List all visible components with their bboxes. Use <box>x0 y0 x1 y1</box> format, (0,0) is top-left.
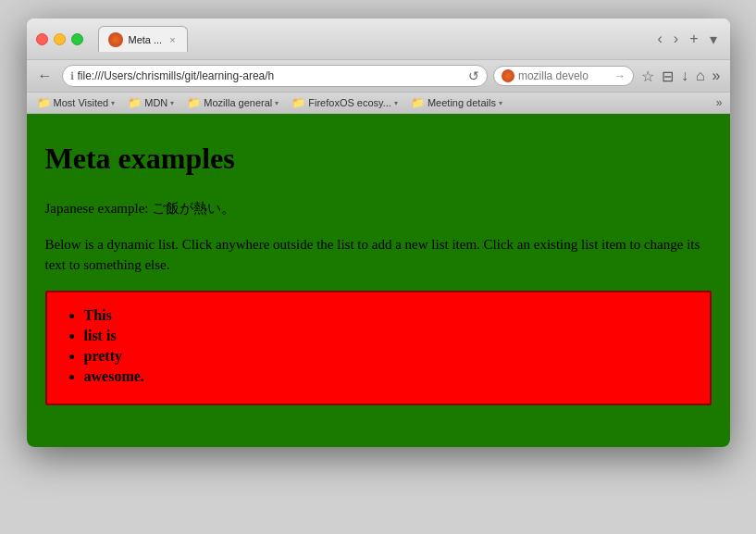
browser-window: Meta ... × ‹ › + ▾ ← ℹ ↺ → ☆ ⊟ ↓ ⌂ <box>27 19 730 447</box>
bookmarks-overflow-button[interactable]: » <box>716 96 723 109</box>
folder-icon: 📁 <box>37 96 51 109</box>
search-bar[interactable]: → <box>493 66 634 86</box>
active-tab[interactable]: Meta ... × <box>98 26 188 52</box>
chevron-down-icon: ▾ <box>499 99 502 107</box>
minimize-button[interactable] <box>54 33 66 45</box>
japanese-text: ご飯が熱い。 <box>152 201 235 216</box>
tab-favicon <box>108 32 123 47</box>
tab-close-icon[interactable]: × <box>167 34 177 45</box>
close-button[interactable] <box>36 33 48 45</box>
toolbar: ← ℹ ↺ → ☆ ⊟ ↓ ⌂ » <box>27 60 730 93</box>
tab-add-button[interactable]: + <box>686 29 701 50</box>
page-content: Meta examples Japanese example: ご飯が熱い。 B… <box>27 114 730 447</box>
bookmark-star-button[interactable]: ☆ <box>639 66 656 87</box>
url-input[interactable] <box>78 69 465 82</box>
list-item[interactable]: awesome. <box>84 368 691 385</box>
page-title: Meta examples <box>45 142 712 176</box>
list-item[interactable]: pretty <box>84 348 691 365</box>
reload-icon[interactable]: ↺ <box>468 68 479 83</box>
japanese-example: Japanese example: ご飯が熱い。 <box>45 198 712 219</box>
bookmark-firefoxos[interactable]: 📁 FirefoxOS ecosy... ▾ <box>289 95 401 110</box>
download-button[interactable]: ↓ <box>679 66 690 86</box>
list-item[interactable]: list is <box>84 328 691 344</box>
bookmark-meeting-details[interactable]: 📁 Meeting details ▾ <box>408 95 505 110</box>
bookmark-label: Meeting details <box>428 97 496 108</box>
tab-title: Meta ... <box>129 34 163 45</box>
folder-icon: 📁 <box>187 96 201 109</box>
bookmark-label: Most Visited <box>54 97 109 108</box>
tab-actions: ‹ › + ▾ <box>654 29 721 50</box>
bookmark-mdn[interactable]: 📁 MDN ▾ <box>125 95 177 110</box>
search-arrow-icon: → <box>614 69 626 82</box>
traffic-lights <box>36 33 83 45</box>
dynamic-list-box[interactable]: This list is pretty awesome. <box>45 291 712 405</box>
tab-forward-button[interactable]: › <box>670 29 682 50</box>
chevron-down-icon: ▾ <box>170 99 174 107</box>
list-item[interactable]: This <box>84 307 691 324</box>
description-paragraph: Below is a dynamic list. Click anywhere … <box>45 234 712 276</box>
back-button[interactable]: ← <box>34 66 56 86</box>
search-engine-icon <box>502 69 514 82</box>
chevron-down-icon: ▾ <box>111 99 115 107</box>
overflow-button[interactable]: » <box>711 66 723 86</box>
maximize-button[interactable] <box>71 33 83 45</box>
home-button[interactable]: ⌂ <box>694 66 707 86</box>
tab-bar: Meta ... × <box>98 26 643 52</box>
info-icon[interactable]: ℹ <box>70 70 74 82</box>
chevron-down-icon: ▾ <box>394 99 398 107</box>
folder-icon: 📁 <box>128 96 142 109</box>
reader-mode-button[interactable]: ⊟ <box>660 66 675 87</box>
tab-menu-button[interactable]: ▾ <box>706 29 721 50</box>
toolbar-icons: ☆ ⊟ ↓ ⌂ » <box>639 66 723 87</box>
bookmark-label: Mozilla general <box>204 97 272 108</box>
folder-icon: 📁 <box>291 96 305 109</box>
tab-back-button[interactable]: ‹ <box>654 29 666 50</box>
search-input[interactable] <box>518 69 611 82</box>
title-bar: Meta ... × ‹ › + ▾ <box>27 19 730 60</box>
folder-icon: 📁 <box>411 96 425 109</box>
chevron-down-icon: ▾ <box>275 99 279 107</box>
address-bar[interactable]: ℹ ↺ <box>62 65 488 87</box>
bookmark-label: MDN <box>144 97 167 108</box>
dynamic-list: This list is pretty awesome. <box>66 307 691 385</box>
bookmark-mozilla-general[interactable]: 📁 Mozilla general ▾ <box>184 95 281 110</box>
bookmark-label: FirefoxOS ecosy... <box>308 97 391 108</box>
bookmarks-bar: 📁 Most Visited ▾ 📁 MDN ▾ 📁 Mozilla gener… <box>27 93 730 114</box>
japanese-label: Japanese example: <box>45 201 153 216</box>
bookmark-most-visited[interactable]: 📁 Most Visited ▾ <box>34 95 118 110</box>
